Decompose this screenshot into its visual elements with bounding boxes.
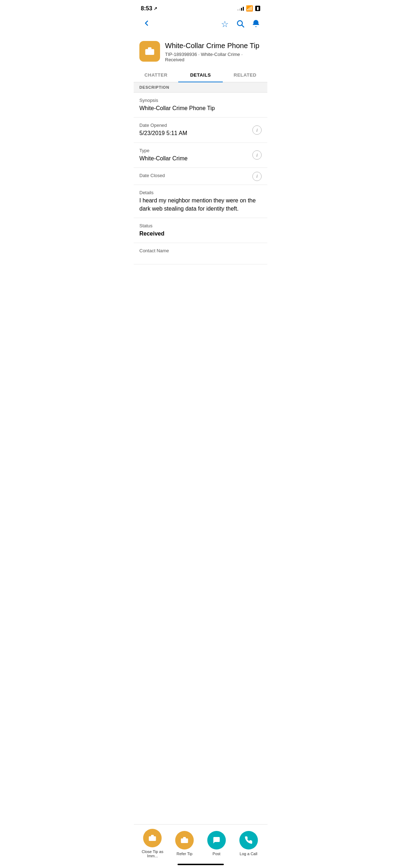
field-status: Status Received xyxy=(134,218,267,243)
tab-details[interactable]: DETAILS xyxy=(178,68,223,82)
label-synopsis: Synopsis xyxy=(139,98,262,103)
status-icons: 📶 ▮ xyxy=(237,5,260,12)
info-btn-date-opened[interactable]: i xyxy=(252,125,262,135)
location-icon: ↗ xyxy=(154,6,157,11)
field-details: Details I heard my neighbor mention they… xyxy=(134,185,267,218)
tab-related[interactable]: RELATED xyxy=(223,68,267,82)
back-button[interactable] xyxy=(141,17,152,31)
label-date-closed: Date Closed xyxy=(139,173,262,178)
header-card: White-Collar Crime Phone Tip TIP-1893989… xyxy=(134,35,267,62)
meta-separator-2: · xyxy=(241,52,243,57)
field-date-closed: Date Closed i xyxy=(134,168,267,185)
signal-bars xyxy=(237,6,244,11)
label-details: Details xyxy=(139,190,262,195)
status-bar: 8:53 ↗ 📶 ▮ xyxy=(134,0,267,15)
value-status: Received xyxy=(139,230,262,238)
label-status: Status xyxy=(139,223,262,228)
field-date-opened: Date Opened 5/23/2019 5:11 AM i xyxy=(134,118,267,143)
section-header-description: DESCRIPTION xyxy=(134,82,267,93)
bottom-spacer xyxy=(134,264,267,307)
label-date-opened: Date Opened xyxy=(139,123,262,128)
search-icon[interactable] xyxy=(236,19,245,29)
signal-bar-3 xyxy=(241,8,242,11)
case-meta: TIP-189398936 · White-Collar Crime · Rec… xyxy=(165,52,262,62)
value-date-opened: 5/23/2019 5:11 AM xyxy=(139,129,262,137)
tab-chatter[interactable]: CHATTER xyxy=(134,68,178,82)
field-type: Type White-Collar Crime i xyxy=(134,143,267,168)
nav-actions: ☆ xyxy=(221,19,260,29)
status-time: 8:53 ↗ xyxy=(141,5,157,12)
wifi-icon: 📶 xyxy=(246,5,253,12)
value-type: White-Collar Crime xyxy=(139,155,262,162)
case-status: Received xyxy=(165,57,184,62)
tab-bar: CHATTER DETAILS RELATED xyxy=(134,68,267,82)
signal-bar-1 xyxy=(237,9,238,11)
info-btn-type[interactable]: i xyxy=(252,150,262,160)
case-icon xyxy=(139,41,160,62)
fields-container: Synopsis White-Collar Crime Phone Tip Da… xyxy=(134,93,267,264)
briefcase-icon xyxy=(144,46,155,57)
star-icon[interactable]: ☆ xyxy=(221,19,229,29)
case-type: White-Collar Crime xyxy=(201,52,240,57)
value-details: I heard my neighbor mention they were on… xyxy=(139,197,262,213)
time-display: 8:53 xyxy=(141,5,152,12)
info-btn-date-closed[interactable]: i xyxy=(252,172,262,181)
signal-bar-4 xyxy=(243,7,244,11)
bell-icon[interactable] xyxy=(252,19,260,29)
label-type: Type xyxy=(139,148,262,153)
battery-icon: ▮ xyxy=(255,6,260,11)
field-contact-name: Contact Name xyxy=(134,243,267,264)
value-synopsis: White-Collar Crime Phone Tip xyxy=(139,104,262,112)
nav-bar: ☆ xyxy=(134,15,267,35)
signal-bar-2 xyxy=(239,9,240,11)
svg-line-1 xyxy=(242,25,244,27)
tip-number: TIP-189398936 xyxy=(165,52,197,57)
label-contact-name: Contact Name xyxy=(139,248,262,253)
case-info: White-Collar Crime Phone Tip TIP-1893989… xyxy=(165,41,262,62)
case-title: White-Collar Crime Phone Tip xyxy=(165,41,262,50)
field-synopsis: Synopsis White-Collar Crime Phone Tip xyxy=(134,93,267,118)
